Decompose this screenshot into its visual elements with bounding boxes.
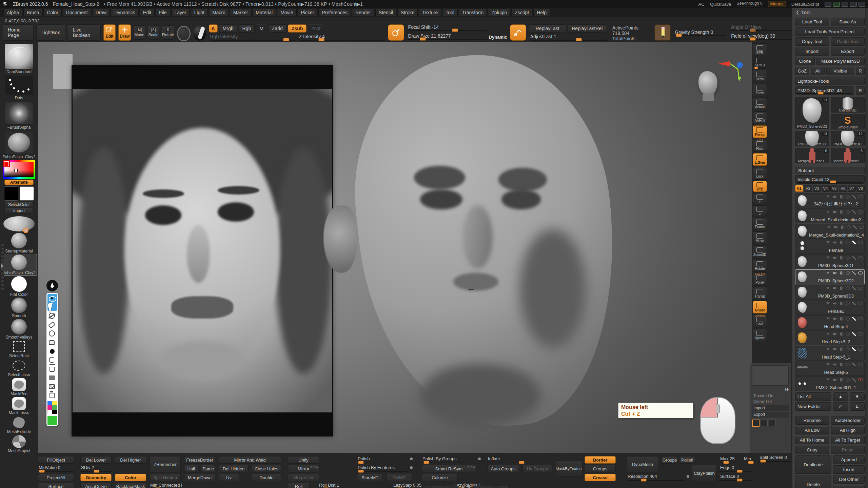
- half-button[interactable]: Half: [184, 465, 198, 472]
- surface-button[interactable]: Surface: [38, 483, 74, 488]
- sculpt-brush-icon[interactable]: [852, 210, 856, 214]
- tool-r-button[interactable]: R: [856, 86, 865, 95]
- same-button[interactable]: Same: [201, 465, 215, 472]
- menu-item[interactable]: Stroke: [397, 9, 418, 16]
- subtool-view-tab[interactable]: V6: [839, 185, 847, 192]
- dynamesh-polish-button[interactable]: Polish: [679, 456, 695, 464]
- subtool-row[interactable]: Female: [795, 239, 865, 254]
- polyframe-icon[interactable]: [840, 256, 844, 260]
- recent-tool-thumb[interactable]: 6 Merged_TPose1_: [831, 148, 865, 163]
- sculpt-brush-icon[interactable]: [852, 317, 856, 321]
- autospin-icon[interactable]: [826, 379, 830, 381]
- polyframe-icon[interactable]: [840, 363, 844, 366]
- import-tool-button[interactable]: Import: [795, 47, 829, 56]
- menu-item[interactable]: Zscript: [511, 9, 532, 16]
- del-lower-button[interactable]: Del Lower: [80, 456, 112, 464]
- right-shelf-button[interactable]: Scroll: [753, 70, 767, 82]
- trash-icon[interactable]: [49, 366, 56, 372]
- lightbox-tools-button[interactable]: Lightbox▶Tools: [795, 77, 865, 85]
- undo-icon[interactable]: [49, 357, 56, 364]
- subtool-row[interactable]: PM3D_Sphere3D1: [795, 254, 865, 269]
- m-toggle[interactable]: M: [256, 24, 267, 33]
- move-button[interactable]: MMove: [134, 25, 145, 40]
- uv-icon[interactable]: [846, 347, 850, 351]
- texture-palette-item[interactable]: Import: [752, 405, 789, 411]
- subtool-view-tab[interactable]: V2: [804, 185, 812, 192]
- polypaint-icon[interactable]: [833, 225, 839, 229]
- polish-slider[interactable]: Polish: [357, 456, 408, 464]
- crease-border-button[interactable]: Border: [585, 456, 616, 464]
- export-tool-button[interactable]: Export: [831, 47, 865, 56]
- scroll-down-icon[interactable]: [467, 486, 471, 488]
- visibility-eye-icon[interactable]: [858, 287, 863, 290]
- del-mt-button[interactable]: DelMT: [386, 474, 412, 481]
- subtool-view-tab[interactable]: V5: [830, 185, 839, 192]
- left-shelf-thumb[interactable]: ~BrushAlpha: [5, 102, 33, 130]
- append-button[interactable]: Append: [833, 455, 865, 464]
- visibility-eye-icon[interactable]: [858, 241, 863, 244]
- polypaint-icon[interactable]: [832, 195, 837, 199]
- menu-item[interactable]: Dynamics: [111, 9, 138, 16]
- autospin-icon[interactable]: [826, 196, 830, 198]
- monitor-icon[interactable]: [842, 2, 848, 7]
- left-shelf-thumb[interactable]: FabioPaiva_Clay2: [2, 131, 35, 159]
- subtool-row[interactable]: PM3D_Sphere3D2: [795, 269, 865, 284]
- polyframe-icon[interactable]: [840, 241, 844, 244]
- menu-item[interactable]: Document: [63, 9, 91, 16]
- zremesher-button[interactable]: ZRemesher: [150, 456, 181, 472]
- subtool-section-header[interactable]: Subtool: [795, 167, 865, 174]
- menus-toggle[interactable]: Menus: [768, 1, 786, 7]
- subtool-view-tab[interactable]: V3: [813, 185, 821, 192]
- dynamic-label[interactable]: Dynamic: [489, 35, 507, 40]
- uv-icon[interactable]: [846, 378, 850, 382]
- autospin-icon[interactable]: [826, 241, 830, 244]
- sculpt-brush-icon[interactable]: [852, 271, 856, 275]
- divider-grip[interactable]: [1, 242, 4, 262]
- menu-item[interactable]: Material: [252, 9, 276, 16]
- all-to-target-button[interactable]: All To Target: [831, 436, 865, 444]
- pen-tool-icon[interactable]: [49, 322, 56, 328]
- right-shelf-button[interactable]: Dynamic Persp: [753, 125, 767, 138]
- right-shelf-button[interactable]: BPR: [753, 43, 767, 56]
- unify-button[interactable]: Unify: [288, 456, 319, 464]
- smart-resym-button[interactable]: Smart ReSymX Y Z: [422, 465, 476, 472]
- inflate-slider[interactable]: Inflate: [487, 456, 538, 464]
- live-boolean-button[interactable]: Live Boolean: [68, 24, 101, 41]
- goz-button[interactable]: GoZ: [795, 67, 809, 75]
- scrollbar-hatch[interactable]: [473, 486, 508, 488]
- sculpted-head-model[interactable]: [330, 47, 631, 443]
- sculpt-brush-icon[interactable]: [852, 347, 856, 351]
- auto-groups-button[interactable]: Auto Groups: [487, 465, 519, 472]
- resolution-slider[interactable]: Resolution 464: [627, 474, 685, 481]
- colorize-button[interactable]: Colorize: [422, 474, 458, 481]
- scrollbar-hatch[interactable]: [425, 486, 459, 488]
- stroke-icon[interactable]: [510, 24, 526, 41]
- camera-capture-icon[interactable]: [49, 383, 56, 390]
- del-hidden-button[interactable]: Del Hidden: [219, 465, 249, 472]
- visibility-eye-icon[interactable]: [858, 302, 863, 305]
- sculpt-brush-icon[interactable]: [852, 256, 856, 260]
- right-shelf-button[interactable]: SPix 3: [753, 57, 767, 68]
- autospin-icon[interactable]: [827, 226, 831, 228]
- angle-of-view-slider[interactable]: Angle Of View: [730, 24, 800, 32]
- layout-icon[interactable]: [859, 2, 865, 7]
- clone-button[interactable]: Clone: [795, 57, 815, 65]
- polypaint-icon[interactable]: [832, 286, 837, 290]
- all-to-home-button[interactable]: All To Home: [795, 436, 829, 444]
- list-all-button[interactable]: List All: [795, 392, 831, 401]
- right-shelf-button[interactable]: Lock: [753, 167, 767, 180]
- insert-button[interactable]: Insert: [833, 465, 865, 474]
- zsub-toggle[interactable]: Zsub: [288, 24, 307, 33]
- material-item[interactable]: Smooth: [11, 298, 27, 318]
- right-shelf-button[interactable]: Line Fill PolyF: [753, 273, 767, 286]
- visibility-eye-icon[interactable]: [859, 226, 864, 229]
- right-shelf-button[interactable]: Transp: [753, 287, 767, 300]
- freeze-border-button[interactable]: FreezeBorder: [184, 456, 215, 464]
- polyframe-icon[interactable]: [840, 195, 844, 199]
- default-zscript-button[interactable]: DefaultZScript: [791, 2, 819, 7]
- draw-size-slider[interactable]: Draw Size 21.62277: [407, 33, 488, 41]
- menu-item[interactable]: Alpha: [3, 9, 22, 16]
- visibility-eye-icon[interactable]: [858, 256, 863, 259]
- menu-item[interactable]: Picker: [298, 9, 318, 16]
- menu-item[interactable]: Stencil: [375, 9, 396, 16]
